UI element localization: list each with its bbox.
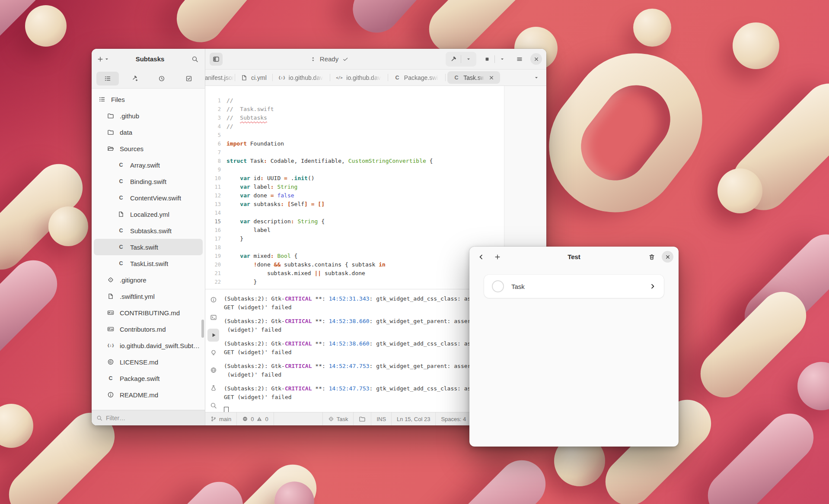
line-number: 18 (205, 243, 221, 252)
pane-button-flask[interactable] (207, 381, 219, 394)
terminal-cursor (224, 407, 229, 412)
tree-item-io-github-david-swift-subt-[interactable]: {:}io.github.david_swift.Subt… (94, 337, 203, 354)
list-icon (98, 96, 106, 103)
build-button[interactable] (447, 53, 460, 66)
tree-item-package-swift[interactable]: CPackage.swift (94, 370, 203, 387)
window-close-button[interactable] (662, 251, 673, 263)
pane-button-globe[interactable] (207, 364, 219, 377)
task-checkbox[interactable] (492, 280, 504, 292)
file-icon (117, 211, 125, 218)
omnibar[interactable]: Ready (310, 55, 348, 63)
tab-package-swif[interactable]: CPackage.swif (388, 70, 445, 86)
diagnostics-indicator[interactable]: 0 0 (237, 412, 274, 425)
sidebar-scrollbar[interactable] (201, 320, 204, 338)
back-button[interactable] (475, 250, 488, 263)
tree-item-readme-md[interactable]: README.md (94, 387, 203, 403)
new-document-button[interactable] (95, 53, 112, 66)
line-number: 6 (205, 139, 221, 148)
delete-list-button[interactable] (645, 250, 658, 263)
task-row[interactable]: Task (484, 275, 664, 298)
code-line-3: 3// Subtasks (205, 114, 546, 122)
tree-item-task-swift[interactable]: CTask.swift (94, 239, 203, 255)
folder-icon (106, 129, 115, 136)
tab-manifest-json[interactable]: manifest.json (205, 70, 235, 86)
builder-sidebar: Subtasks Files.githubdataSourcesCArray.s… (92, 49, 205, 425)
tree-item-binding-swift[interactable]: CBinding.swift (94, 173, 203, 190)
header-actions (446, 52, 542, 67)
tree-item-localized-yml[interactable]: Localized.yml (94, 206, 203, 222)
tree-item-sources[interactable]: Sources (94, 140, 203, 157)
cursor-position-indicator[interactable]: Ln 15, Col 23 (392, 412, 436, 425)
tree-item-label: data (120, 129, 132, 136)
tree-item--swiftlint-yml[interactable]: .swiftlint.yml (94, 288, 203, 304)
pane-button-info[interactable] (207, 293, 219, 306)
tree-item-array-swift[interactable]: CArray.swift (94, 157, 203, 173)
branch-icon (210, 416, 217, 422)
filter-input[interactable]: Filter… (92, 410, 205, 425)
close-icon[interactable] (488, 75, 494, 81)
code-line-15: 15 var description: String { (205, 217, 546, 226)
build-status-text: Ready (320, 55, 338, 63)
line-number: 19 (205, 252, 221, 260)
tab-io-github-davi[interactable]: </>io.github.davi (330, 70, 388, 86)
json-icon: {:} (106, 342, 115, 349)
chevron-right-icon[interactable] (649, 283, 656, 290)
panel-button-list[interactable] (96, 72, 119, 86)
pill-top-shape (797, 362, 829, 410)
pane-button-terminal[interactable] (207, 311, 219, 324)
tree-item-subtasks-swift[interactable]: CSubtasks.swift (94, 222, 203, 239)
spaces-label: Spaces: 4 (441, 416, 466, 422)
tab-io-github-davi[interactable]: {:}io.github.davi (273, 70, 330, 86)
svg-text:C: C (119, 228, 123, 234)
line-content: !done && subtasks.contains { subtask in (221, 260, 386, 269)
tree-item--github[interactable]: .github (94, 108, 203, 124)
tree-item-label: Sources (120, 145, 143, 152)
run-options-button[interactable] (496, 53, 509, 66)
tree-item-label: Package.swift (120, 375, 160, 382)
tree-item-files[interactable]: Files (94, 91, 203, 108)
menu-button[interactable] (513, 53, 526, 66)
tree-item-label: .swiftlint.yml (120, 293, 155, 300)
tree-item-license-md[interactable]: LICENSE.md (94, 354, 203, 370)
indentation-indicator[interactable]: Spaces: 4 (436, 412, 472, 425)
toggle-sidebar-button[interactable] (210, 53, 223, 66)
line-number: 21 (205, 269, 221, 278)
flask-icon (210, 384, 217, 391)
code-line-12: 12 var done = false (205, 191, 546, 200)
tab-ci-yml[interactable]: ci.yml (235, 70, 272, 86)
c-icon: C (117, 178, 125, 185)
tree-item--gitignore[interactable]: .gitignore (94, 272, 203, 288)
stop-button[interactable] (481, 53, 494, 66)
run-target-indicator[interactable]: Task (323, 412, 354, 425)
pill-shape (128, 472, 253, 504)
search-button[interactable] (188, 53, 201, 66)
svg-text:</>: </> (336, 76, 343, 80)
tree-item-tasklist-swift[interactable]: CTaskList.swift (94, 255, 203, 272)
panel-button-todo[interactable] (178, 72, 200, 86)
pane-button-search[interactable] (207, 399, 219, 412)
code-line-6: 6import Foundation (205, 139, 546, 148)
tab-task-sw[interactable]: CTask.sw (447, 71, 500, 84)
bulb-icon (210, 349, 217, 356)
build-options-button[interactable] (462, 53, 475, 66)
panel-button-build-arrow[interactable] (124, 72, 146, 86)
pane-button-play[interactable] (207, 329, 219, 342)
input-mode-indicator[interactable]: INS (371, 412, 392, 425)
list-icon (104, 75, 111, 82)
tree-item-contributing-md[interactable]: CONTRIBUTING.md (94, 304, 203, 321)
license-icon (106, 358, 115, 365)
tree-item-data[interactable]: data (94, 124, 203, 140)
window-close-button[interactable] (530, 53, 542, 65)
pane-button-bulb[interactable] (207, 346, 219, 359)
git-branch-indicator[interactable]: main (205, 412, 237, 425)
open-pages-button[interactable] (530, 71, 543, 84)
menu-icon (516, 56, 523, 63)
build-split-button (446, 52, 476, 67)
add-task-button[interactable] (491, 250, 504, 263)
tree-item-contentview-swift[interactable]: CContentView.swift (94, 190, 203, 206)
code-line-8: 8struct Task: Codable, Identifiable, Cus… (205, 157, 546, 165)
pill-top-shape (733, 22, 779, 69)
tree-item-contributors-md[interactable]: Contributors.md (94, 321, 203, 337)
project-folder-button[interactable] (354, 412, 371, 425)
panel-button-clock[interactable] (150, 72, 173, 86)
